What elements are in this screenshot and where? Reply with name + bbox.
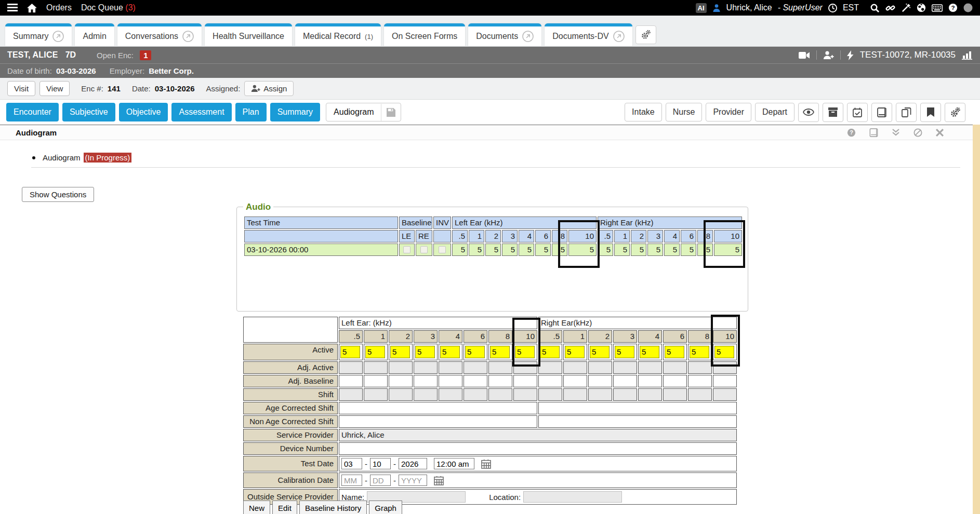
stage-provider-button[interactable]: Provider — [706, 103, 751, 121]
active-threshold-input[interactable]: 5 — [415, 346, 435, 358]
adj-baseline-cell[interactable] — [563, 375, 587, 387]
baseline-le-checkbox[interactable] — [403, 246, 410, 253]
tab-on-screen-forms[interactable]: On Screen Forms — [384, 23, 465, 46]
lightning-icon[interactable] — [847, 50, 854, 60]
active-threshold-input[interactable]: 5 — [390, 346, 410, 358]
inv-checkbox[interactable] — [439, 246, 446, 253]
globe-icon[interactable] — [917, 3, 926, 12]
adj-baseline-cell[interactable] — [688, 375, 712, 387]
help-icon[interactable]: ? — [948, 3, 958, 12]
active-threshold-input[interactable]: 5 — [490, 346, 510, 358]
active-threshold-input[interactable]: 5 — [640, 346, 659, 358]
scrollbar-track[interactable] — [973, 125, 980, 514]
active-threshold-input[interactable]: 5 — [340, 346, 360, 358]
adj-baseline-cell[interactable] — [588, 375, 612, 387]
tab-settings-gear[interactable] — [635, 25, 656, 44]
adj-baseline-cell[interactable] — [439, 375, 462, 387]
adj-baseline-cell[interactable] — [364, 375, 388, 387]
visit-button[interactable]: Visit — [7, 81, 35, 96]
active-threshold-input[interactable]: 5 — [540, 346, 560, 358]
baseline-history-button[interactable]: Baseline History — [299, 501, 367, 514]
test-time-input[interactable] — [434, 458, 474, 469]
test-time-cell[interactable]: 03-10-2026 00:00 — [244, 244, 398, 256]
calendar-icon[interactable] — [481, 459, 491, 469]
disable-icon[interactable] — [913, 128, 922, 137]
new-button[interactable]: New — [243, 501, 270, 514]
section-assessment-button[interactable]: Assessment — [171, 103, 231, 121]
section-subjective-button[interactable]: Subjective — [62, 103, 115, 121]
adj-baseline-cell[interactable] — [613, 375, 637, 387]
section-plan-button[interactable]: Plan — [235, 103, 267, 121]
open-enc-badge[interactable]: 1 — [140, 50, 151, 60]
adj-baseline-cell[interactable] — [513, 375, 537, 387]
active-document-tab[interactable]: Audiogram — [326, 103, 401, 121]
save-icon[interactable] — [381, 104, 401, 121]
calendar-icon[interactable] — [434, 476, 444, 485]
settings-button[interactable] — [945, 103, 965, 122]
test-date-year-input[interactable] — [399, 458, 427, 469]
collapse-chevrons-icon[interactable] — [892, 129, 900, 136]
test-date-month-input[interactable] — [341, 458, 362, 469]
keyboard-icon[interactable] — [932, 4, 943, 12]
view-button[interactable]: View — [39, 81, 70, 96]
tab-medical-record[interactable]: Medical Record (1) — [295, 23, 381, 46]
section-book-icon[interactable] — [869, 128, 878, 137]
adj-baseline-cell[interactable] — [638, 375, 662, 387]
chart-book-button[interactable] — [871, 103, 892, 122]
active-threshold-input[interactable]: 5 — [615, 346, 634, 358]
active-threshold-input[interactable]: 5 — [590, 346, 610, 358]
active-threshold-input[interactable]: 5 — [565, 346, 585, 358]
adj-baseline-cell[interactable] — [538, 375, 562, 387]
add-person-icon[interactable] — [823, 51, 834, 60]
section-encounter-button[interactable]: Encounter — [6, 103, 59, 121]
adj-baseline-cell[interactable] — [463, 375, 487, 387]
active-threshold-input[interactable]: 5 — [365, 346, 385, 358]
stage-nurse-button[interactable]: Nurse — [666, 103, 703, 121]
search-icon[interactable] — [870, 3, 880, 13]
home-icon[interactable] — [27, 4, 37, 12]
calibration-day-input[interactable] — [370, 475, 391, 486]
tab-summary[interactable]: Summary — [5, 23, 72, 46]
stage-intake-button[interactable]: Intake — [625, 103, 662, 121]
schedule-button[interactable] — [847, 103, 868, 122]
nav-orders[interactable]: Orders — [46, 3, 72, 12]
tab-admin[interactable]: Admin — [75, 23, 114, 46]
audiogram-list-item[interactable]: Audiogram (In Progress) — [32, 153, 131, 163]
device-number-input[interactable] — [339, 442, 737, 455]
active-threshold-input[interactable]: 5 — [440, 346, 460, 358]
tab-health-surveillance[interactable]: Health Surveillance — [205, 23, 292, 46]
link-icon[interactable] — [885, 3, 895, 13]
active-threshold-input[interactable]: 5 — [690, 346, 709, 358]
baseline-re-checkbox[interactable] — [420, 246, 428, 253]
calibration-month-input[interactable] — [341, 475, 362, 486]
bookmark-button[interactable] — [920, 103, 941, 122]
section-help-icon[interactable]: ? — [847, 128, 856, 137]
copy-button[interactable] — [896, 103, 917, 122]
calibration-year-input[interactable] — [399, 475, 427, 486]
edit-button[interactable]: Edit — [272, 501, 297, 514]
clock-icon[interactable] — [828, 4, 837, 12]
active-threshold-input[interactable]: 5 — [465, 346, 485, 358]
ai-badge[interactable]: AI — [696, 3, 707, 13]
adj-baseline-cell[interactable] — [339, 375, 363, 387]
preview-eye-button[interactable] — [798, 103, 819, 122]
adj-baseline-cell[interactable] — [488, 375, 512, 387]
section-objective-button[interactable]: Objective — [119, 103, 168, 121]
adj-baseline-cell[interactable] — [389, 375, 413, 387]
active-threshold-input[interactable]: 5 — [665, 346, 684, 358]
video-camera-icon[interactable] — [799, 51, 810, 59]
tab-documents[interactable]: Documents — [468, 23, 541, 46]
wand-icon[interactable] — [901, 3, 911, 13]
tab-documents-dv[interactable]: Documents-DV — [545, 23, 632, 46]
tab-conversations[interactable]: Conversations — [117, 23, 202, 46]
nav-doc-queue[interactable]: Doc Queue (3) — [81, 3, 136, 12]
user-name[interactable]: Uhrick, Alice — [726, 3, 772, 12]
stage-depart-button[interactable]: Depart — [755, 103, 794, 121]
close-icon[interactable] — [936, 129, 944, 137]
assign-button[interactable]: Assign — [244, 81, 294, 96]
adj-baseline-cell[interactable] — [713, 375, 737, 387]
archive-button[interactable] — [823, 103, 843, 122]
section-summary-button[interactable]: Summary — [270, 103, 320, 121]
adj-baseline-cell[interactable] — [414, 375, 438, 387]
test-date-day-input[interactable] — [370, 458, 391, 469]
